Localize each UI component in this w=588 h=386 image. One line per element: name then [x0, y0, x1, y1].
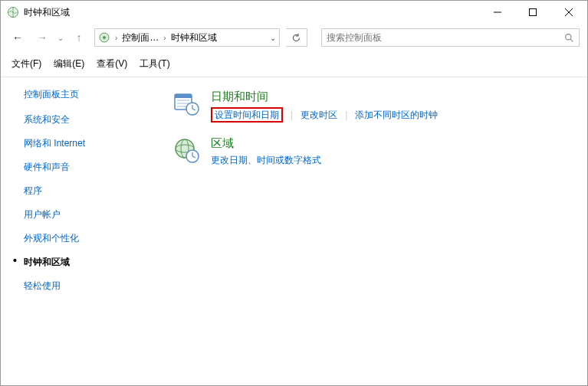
- breadcrumb-level2[interactable]: 时钟和区域: [171, 31, 217, 44]
- up-button[interactable]: ↑: [70, 31, 88, 44]
- menu-bar: 文件(F) 编辑(E) 查看(V) 工具(T): [1, 51, 587, 75]
- close-button[interactable]: [550, 1, 587, 24]
- breadcrumb-level1[interactable]: 控制面…: [122, 31, 159, 44]
- sidebar-item-network-internet[interactable]: 网络和 Internet: [24, 137, 162, 150]
- separator: |: [345, 110, 347, 120]
- breadcrumb-sep-icon: ›: [163, 34, 166, 42]
- minimize-button[interactable]: [480, 1, 515, 24]
- sidebar-item-clock-region[interactable]: 时钟和区域: [24, 256, 162, 269]
- menu-edit[interactable]: 编辑(E): [54, 57, 84, 70]
- svg-point-7: [103, 36, 106, 39]
- breadcrumb-sep-icon: ›: [115, 34, 117, 42]
- link-add-clocks[interactable]: 添加不同时区的时钟: [355, 109, 438, 122]
- separator: |: [291, 110, 293, 120]
- menu-view[interactable]: 查看(V): [97, 57, 127, 70]
- svg-rect-3: [530, 9, 537, 16]
- breadcrumb[interactable]: › 控制面… › 时钟和区域 ⌄: [94, 28, 280, 47]
- maximize-button[interactable]: [515, 1, 550, 24]
- window-title: 时钟和区域: [24, 6, 480, 19]
- menu-tools[interactable]: 工具(T): [140, 57, 169, 70]
- forward-button[interactable]: →: [33, 31, 51, 44]
- svg-point-8: [566, 34, 571, 39]
- control-panel-icon: [98, 31, 110, 44]
- menu-file[interactable]: 文件(F): [11, 57, 41, 70]
- sidebar-item-system-security[interactable]: 系统和安全: [24, 113, 162, 126]
- link-change-formats[interactable]: 更改日期、时间或数字格式: [211, 154, 321, 167]
- sidebar-item-programs[interactable]: 程序: [24, 185, 162, 198]
- svg-rect-11: [175, 94, 192, 98]
- sidebar-item-hardware-sound[interactable]: 硬件和声音: [24, 161, 162, 174]
- breadcrumb-dropdown-icon[interactable]: ⌄: [270, 34, 276, 42]
- content-area: 日期和时间 设置时间和日期 | 更改时区 | 添加不同时区的时钟: [162, 85, 587, 303]
- sidebar-item-user-accounts[interactable]: 用户帐户: [24, 208, 162, 221]
- sidebar-home[interactable]: 控制面板主页: [24, 88, 162, 101]
- section-title-date-time[interactable]: 日期和时间: [211, 90, 438, 104]
- sidebar-item-ease-of-access[interactable]: 轻松使用: [24, 280, 162, 293]
- history-dropdown[interactable]: ⌄: [57, 34, 64, 42]
- section-region: 区域 更改日期、时间或数字格式: [172, 136, 587, 167]
- back-button[interactable]: ←: [8, 31, 27, 44]
- app-icon: [7, 6, 19, 18]
- svg-line-9: [570, 39, 573, 41]
- nav-bar: ← → ⌄ ↑ › 控制面… › 时钟和区域 ⌄: [1, 24, 587, 51]
- sidebar: 控制面板主页 系统和安全 网络和 Internet 硬件和声音 程序 用户帐户 …: [1, 85, 162, 303]
- sidebar-item-appearance[interactable]: 外观和个性化: [24, 232, 162, 245]
- globe-clock-icon: [172, 136, 200, 164]
- search-icon[interactable]: [564, 33, 574, 43]
- search-box[interactable]: [321, 28, 580, 47]
- refresh-button[interactable]: [286, 28, 307, 47]
- section-date-time: 日期和时间 设置时间和日期 | 更改时区 | 添加不同时区的时钟: [172, 90, 587, 123]
- link-change-timezone[interactable]: 更改时区: [301, 109, 337, 122]
- section-title-region[interactable]: 区域: [211, 136, 321, 151]
- calendar-clock-icon: [172, 90, 200, 117]
- search-input[interactable]: [327, 32, 564, 43]
- link-set-time-date[interactable]: 设置时间和日期: [211, 107, 283, 123]
